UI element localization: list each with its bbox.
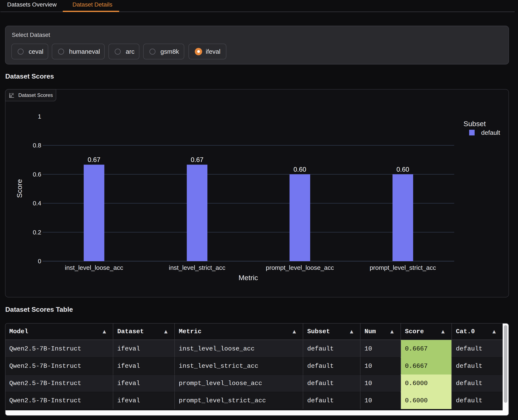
svg-text:0.2: 0.2 [33,229,41,236]
svg-text:0: 0 [38,258,41,264]
svg-text:0.6: 0.6 [33,171,41,178]
svg-text:0.67: 0.67 [191,156,203,164]
svg-text:Score: Score [15,179,23,198]
svg-text:prompt_level_loose_acc: prompt_level_loose_acc [266,264,334,271]
svg-text:0.4: 0.4 [33,200,41,207]
svg-text:default: default [481,129,500,136]
svg-text:prompt_level_strict_acc: prompt_level_strict_acc [370,264,436,271]
svg-text:Metric: Metric [239,274,258,282]
svg-text:inst_level_loose_acc: inst_level_loose_acc [65,264,123,271]
svg-text:0.67: 0.67 [88,156,100,164]
svg-text:0.8: 0.8 [33,142,41,149]
svg-text:0.60: 0.60 [294,166,306,173]
svg-text:1: 1 [38,113,41,120]
svg-text:0.60: 0.60 [397,166,409,173]
svg-text:Subset: Subset [463,120,486,128]
svg-text:inst_level_strict_acc: inst_level_strict_acc [169,264,225,271]
